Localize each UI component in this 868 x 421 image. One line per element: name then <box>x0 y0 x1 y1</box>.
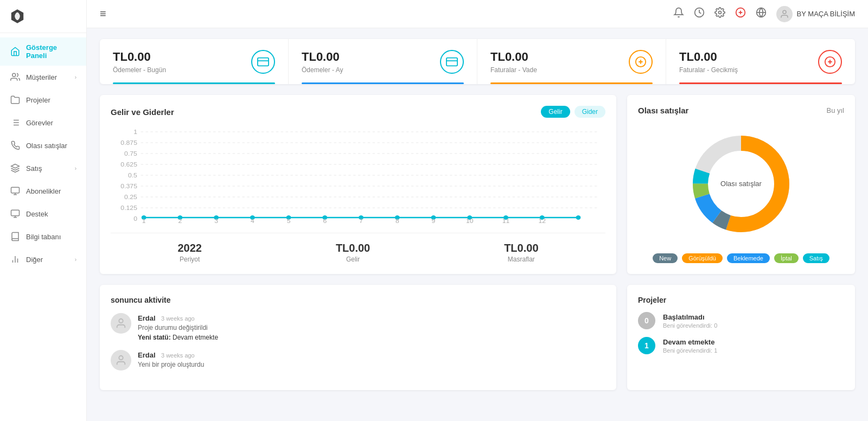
avatar <box>776 6 793 22</box>
svg-text:0.5: 0.5 <box>128 172 137 178</box>
stat-label-faturalar-gecikmis: Faturalar - Gecikmiş <box>679 66 738 74</box>
chart-masraflar: TL0.00 Masraflar <box>504 242 538 263</box>
main-area: ≡ <box>87 0 868 421</box>
layers2-icon <box>10 186 21 196</box>
stat-label-odemeler-bugun: Ödemeler - Bugün <box>113 66 166 74</box>
chart-period-label: Periyot <box>177 256 202 263</box>
project-name-0: Başlatılmadı <box>663 313 844 321</box>
globe-icon[interactable] <box>756 7 767 21</box>
topbar-user[interactable]: BY MAÇA BİLİŞİM <box>776 6 855 22</box>
project-info-1: Devam etmekte Beni görevlendirdi: 1 <box>663 338 844 354</box>
gift-icon[interactable] <box>735 7 746 21</box>
svg-text:6: 6 <box>323 218 327 224</box>
svg-text:3: 3 <box>214 218 218 224</box>
svg-rect-11 <box>11 210 20 216</box>
book-icon <box>10 231 21 242</box>
layers-icon <box>10 163 21 174</box>
sidebar-item-gorevler[interactable]: Görevler <box>0 111 86 134</box>
svg-text:7: 7 <box>359 218 363 224</box>
folder-icon <box>10 94 21 105</box>
svg-text:0.25: 0.25 <box>124 194 137 200</box>
stat-card-faturalar-vade: TL0.00 Faturalar - Vade <box>477 39 666 84</box>
stat-bar-odemeler-ay <box>302 82 464 84</box>
activity-section: sonuncu aktivite Erdal 3 weeks ago Proje… <box>100 285 616 390</box>
logo-icon <box>9 8 26 25</box>
stat-card-odemeler-bugun: TL0.00 Ödemeler - Bugün <box>100 39 289 84</box>
svg-point-0 <box>12 73 16 76</box>
donut-chart-wrap: Olası satışlar <box>638 120 844 247</box>
svg-text:2: 2 <box>178 218 182 224</box>
line-chart-svg: .grid-line { stroke: #e8e8e8; stroke-wid… <box>111 126 605 224</box>
activity-item-2: Erdal 3 weeks ago Yeni bir proje oluştur… <box>111 350 605 371</box>
activity-title: sonuncu aktivite <box>111 296 605 304</box>
legend-item-iptal: İptal <box>774 253 799 263</box>
stat-card-odemeler-ay: TL0.00 Ödemeler - Ay <box>289 39 477 84</box>
chart-footer: 2022 Periyot TL0.00 Gelir TL0.00 Masrafl… <box>111 233 605 263</box>
stat-amount-faturalar-gecikmis: TL0.00 <box>679 50 738 64</box>
topbar: ≡ <box>87 0 868 28</box>
sidebar-item-gosterge[interactable]: Gösterge Paneli <box>0 37 86 66</box>
hamburger-button[interactable]: ≡ <box>100 8 106 20</box>
activity-item: Erdal 3 weeks ago Proje durumu değiştiri… <box>111 313 605 341</box>
svg-text:0.75: 0.75 <box>124 150 137 157</box>
sidebar-item-satis[interactable]: Satış › <box>0 157 86 180</box>
topbar-left: ≡ <box>100 8 106 20</box>
svg-rect-27 <box>446 58 457 66</box>
stat-bar-faturalar-gecikmis <box>679 82 842 84</box>
gear-icon[interactable] <box>714 7 725 21</box>
gelir-button[interactable]: Gelir <box>541 106 570 118</box>
svg-text:0: 0 <box>133 215 137 222</box>
sidebar-item-label-bilgi: Bilgi tabanı <box>26 233 76 241</box>
svg-rect-8 <box>11 187 20 193</box>
svg-text:1: 1 <box>142 218 146 224</box>
donut-title: Olası satışlar <box>638 106 688 115</box>
chart-legend: Gelir Gider <box>541 106 605 118</box>
activity-desc-1: Proje durumu değiştirildi <box>138 324 605 331</box>
svg-text:0.625: 0.625 <box>120 161 137 168</box>
activity-time-2: 3 weeks ago <box>161 352 195 359</box>
sidebar-item-olasi-satislar[interactable]: Olası satışlar <box>0 134 86 157</box>
list-icon <box>10 117 21 128</box>
svg-text:12: 12 <box>538 218 546 224</box>
sidebar-item-label-satis: Satış <box>26 164 75 173</box>
sidebar-item-label-olasi: Olası satışlar <box>26 142 76 150</box>
user-name: BY MAÇA BİLİŞİM <box>797 10 855 18</box>
activity-user-2: Erdal <box>138 351 156 359</box>
dollar-icon-vade <box>629 50 653 74</box>
sidebar-item-bilgi[interactable]: Bilgi tabanı <box>0 225 86 248</box>
bell-icon[interactable] <box>673 7 684 21</box>
clock-icon[interactable] <box>694 7 705 21</box>
bar-chart-icon <box>10 254 21 265</box>
svg-text:9: 9 <box>432 218 436 224</box>
stat-amount-faturalar-vade: TL0.00 <box>490 50 537 64</box>
line-chart-container: .grid-line { stroke: #e8e8e8; stroke-wid… <box>111 126 605 224</box>
svg-text:10: 10 <box>466 218 474 224</box>
chart-period-value: 2022 <box>177 242 202 254</box>
svg-text:0.875: 0.875 <box>120 139 137 146</box>
card-icon-odemeler-bugun <box>251 50 275 74</box>
svg-text:0.375: 0.375 <box>120 183 137 189</box>
sidebar-item-destek[interactable]: Destek <box>0 202 86 225</box>
chart-title: Gelir ve Giderler <box>111 107 174 117</box>
sidebar-item-musteriler[interactable]: Müşteriler › <box>0 66 86 88</box>
sidebar-item-label-gosterge: Gösterge Paneli <box>26 43 76 60</box>
svg-text:11: 11 <box>502 218 510 224</box>
avatar-erdal-2 <box>111 350 131 371</box>
avatar-erdal-1 <box>111 313 131 334</box>
chevron-right-icon-satis: › <box>75 165 76 171</box>
svg-point-64 <box>576 215 581 220</box>
activity-desc-2: Yeni bir proje oluşturdu <box>138 361 605 368</box>
chart-section: Gelir ve Giderler Gelir Gider .grid-line… <box>100 95 616 274</box>
main-content: TL0.00 Ödemeler - Bugün TL0.00 Ödemeler … <box>87 28 868 421</box>
sidebar: Gösterge Paneli Müşteriler › Projeler Gö… <box>0 0 87 421</box>
sidebar-item-label-projeler: Projeler <box>26 96 76 104</box>
svg-text:8: 8 <box>395 218 399 224</box>
sidebar-item-abonelikler[interactable]: Abonelikler <box>0 180 86 202</box>
svg-text:5: 5 <box>287 218 291 224</box>
sidebar-item-projeler[interactable]: Projeler <box>0 88 86 111</box>
svg-text:4: 4 <box>251 218 254 224</box>
gider-button[interactable]: Gider <box>575 106 605 118</box>
projects-title: Projeler <box>638 296 844 304</box>
sidebar-item-diger[interactable]: Diğer › <box>0 248 86 271</box>
sidebar-logo <box>0 0 86 33</box>
